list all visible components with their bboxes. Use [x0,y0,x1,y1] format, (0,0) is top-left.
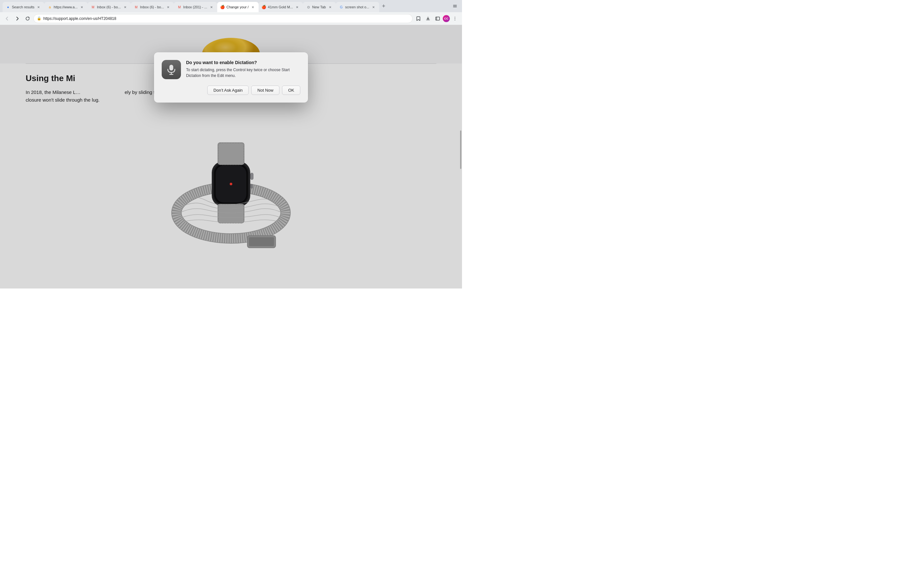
profile-button[interactable]: CC [443,15,450,22]
tab-close-search[interactable]: ✕ [36,5,41,10]
back-button[interactable] [3,14,11,23]
menu-button[interactable] [451,14,459,23]
tab-title-search: Search results [12,5,34,9]
tab-bar: ● Search results ✕ a https://www.a... ✕ … [0,0,462,12]
modal-overlay: Do you want to enable Dictation? To star… [0,25,462,288]
tab-close-gmail3[interactable]: ✕ [209,5,214,10]
forward-button[interactable] [13,14,22,23]
ok-button[interactable]: OK [282,85,300,95]
dialog-text-area: Do you want to enable Dictation? To star… [186,60,300,79]
dialog-title: Do you want to enable Dictation? [186,60,300,65]
tab-close-screenshot[interactable]: ✕ [371,5,376,10]
tab-title-screenshot: screen shot o... [345,5,369,9]
dialog-body: Do you want to enable Dictation? To star… [162,60,300,79]
svg-point-2 [455,17,455,17]
browser-frame: ● Search results ✕ a https://www.a... ✕ … [0,0,462,288]
dictation-dialog: Do you want to enable Dictation? To star… [154,52,308,103]
browser-content: Using the Mi In 2018, the Milanese L… el… [0,25,462,288]
tab-41mm[interactable]: 🍎 41mm Gold M... ✕ [258,2,303,12]
tab-screenshot[interactable]: G screen shot o... ✕ [336,2,379,12]
tab-title-gmail1: Inbox (6) - bo... [97,5,121,9]
tab-gmail-3[interactable]: M Inbox (201) - ... ✕ [174,2,217,12]
tab-close-new-tab[interactable]: ✕ [328,5,333,10]
microphone-icon [162,60,181,79]
address-bar[interactable]: 🔒 [33,14,413,23]
security-lock-icon: 🔒 [37,16,41,21]
tab-list-button[interactable] [451,2,459,11]
svg-point-3 [455,18,455,19]
svg-rect-0 [436,17,439,20]
tab-favicon-apple1: 🍎 [220,5,225,9]
dialog-icon-area [162,60,181,79]
reload-button[interactable] [23,14,32,23]
tab-favicon-gmail2: M [134,5,139,9]
tab-gmail-2[interactable]: M Inbox (6) - bo... ✕ [131,2,174,12]
tab-amazon[interactable]: a https://www.a... ✕ [44,2,87,12]
tab-favicon-new: ⊙ [306,5,310,9]
tab-favicon-search: ● [6,5,10,9]
page-content: Using the Mi In 2018, the Milanese L… el… [0,25,462,288]
tab-title-gmail2: Inbox (6) - bo... [140,5,164,9]
tab-favicon-google: G [339,5,344,9]
tab-favicon-gmail1: M [91,5,95,9]
download-button[interactable] [423,14,433,23]
tab-favicon-apple2: 🍎 [262,5,266,9]
dont-ask-again-button[interactable]: Don’t Ask Again [207,85,249,95]
new-tab-button[interactable]: + [379,2,388,11]
dialog-message: To start dictating, press the Control ke… [186,67,300,79]
tab-favicon-gmail3: M [177,5,182,9]
toolbar-right-buttons: CC [414,14,459,23]
tab-title-new-tab: New Tab [312,5,326,9]
svg-rect-23 [170,65,173,71]
address-input[interactable] [43,16,409,21]
tab-close-41mm[interactable]: ✕ [294,5,300,10]
sidebar-button[interactable] [433,14,442,23]
tab-new-tab[interactable]: ⊙ New Tab ✕ [303,2,336,12]
tab-title-change-your: Change your / [226,5,249,9]
browser-toolbar: 🔒 CC [0,12,462,25]
not-now-button[interactable]: Not Now [251,85,279,95]
tab-close-gmail2[interactable]: ✕ [166,5,171,10]
tab-title-41mm: 41mm Gold M... [268,5,293,9]
bookmark-button[interactable] [414,14,423,23]
tab-search-results[interactable]: ● Search results ✕ [3,2,44,12]
dialog-buttons: Don’t Ask Again Not Now OK [162,85,300,95]
svg-point-4 [455,19,455,20]
tab-close-change-your[interactable]: ✕ [250,5,255,10]
tab-favicon-amazon: a [47,5,52,9]
tab-close-gmail1[interactable]: ✕ [123,5,128,10]
tab-title-gmail3: Inbox (201) - ... [183,5,207,9]
tab-change-your[interactable]: 🍎 Change your / ✕ [217,2,258,12]
tab-title-amazon: https://www.a... [53,5,78,9]
tab-gmail-1[interactable]: M Inbox (6) - bo... ✕ [87,2,131,12]
tab-close-amazon[interactable]: ✕ [79,5,84,10]
